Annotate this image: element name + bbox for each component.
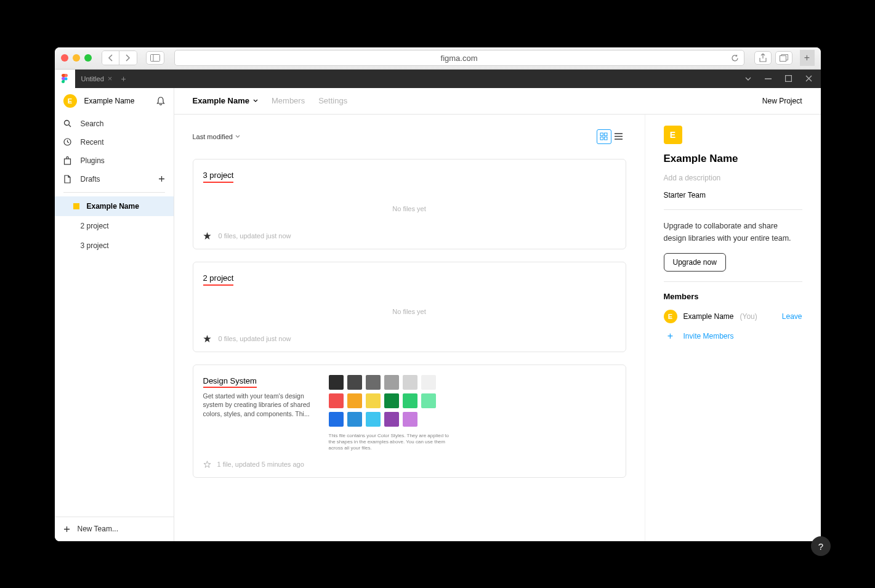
search-icon [63,119,72,127]
forward-button[interactable] [119,51,137,65]
project-card-design-system[interactable]: Design System Get started with your team… [193,364,626,478]
project-label: 3 project [81,241,109,250]
grid-view-icon[interactable] [597,129,611,144]
upgrade-button[interactable]: Upgrade now [664,253,726,272]
left-sidebar: E Example Name Search Recent Plugins Dra… [55,88,174,541]
minimize-icon[interactable] [765,78,772,79]
chevron-down-icon[interactable] [745,77,751,81]
sidebar-item-recent[interactable]: Recent [55,133,174,151]
maximize-icon[interactable] [785,75,792,82]
svg-rect-12 [600,137,603,140]
sidebar-project[interactable]: 3 project [55,236,174,256]
sidebar-item-search[interactable]: Search [55,115,174,133]
clock-icon [63,138,72,146]
new-draft-icon[interactable] [158,175,165,182]
notifications-icon[interactable] [156,97,165,106]
star-outline-icon[interactable] [203,461,211,469]
sidebar-item-label: Drafts [81,175,100,183]
color-swatch [384,393,399,408]
svg-rect-11 [605,133,608,136]
close-window-icon[interactable] [61,54,68,62]
team-description-input[interactable]: Add a description [664,174,802,182]
svg-rect-10 [600,133,603,136]
team-name-label: Example Name [87,202,139,211]
project-card[interactable]: 2 project No files yet 0 files, updated … [193,262,626,352]
divider [63,192,165,193]
sidebar-user-row[interactable]: E Example Name [55,88,174,115]
close-tab-icon[interactable]: × [108,74,113,83]
empty-state: No files yet [203,286,616,335]
figma-logo-icon[interactable] [55,70,75,88]
help-button[interactable]: ? [811,536,831,556]
team-plan-label: Starter Team [664,191,802,199]
window-controls [745,75,821,82]
color-swatch [421,393,436,408]
project-label: 2 project [81,222,109,230]
main-header: Example Name Members Settings New Projec… [174,88,821,115]
color-swatch [347,412,362,427]
sort-dropdown[interactable]: Last modified [193,133,240,140]
figma-tab-label: Untitled [81,75,104,83]
star-icon[interactable] [203,232,211,240]
sidebar-team[interactable]: Example Name [55,196,174,216]
sidebar-item-label: Recent [81,138,104,147]
app-body: E Example Name Search Recent Plugins Dra… [55,88,821,541]
team-dropdown-label: Example Name [193,96,250,105]
svg-point-6 [65,121,70,126]
project-card[interactable]: 3 project No files yet 0 files, updated … [193,159,626,249]
team-dropdown[interactable]: Example Name [193,96,259,105]
url-bar[interactable]: figma.com [174,50,744,66]
color-swatch [329,412,344,427]
user-avatar: E [63,94,77,108]
tab-members[interactable]: Members [272,96,305,105]
sort-label: Last modified [193,133,233,140]
plus-icon [63,526,70,533]
figma-tabs-bar: Untitled × + [55,70,821,88]
sidebar-item-drafts[interactable]: Drafts [55,170,174,188]
star-icon[interactable] [203,335,211,343]
back-button[interactable] [102,51,119,65]
share-icon[interactable] [754,51,772,65]
tabs-icon[interactable] [775,51,792,65]
color-swatch [384,375,399,390]
main-body: Last modified 3 project No files yet [174,115,821,541]
sidebar-item-plugins[interactable]: Plugins [55,151,174,170]
project-footer: 0 files, updated just now [203,232,616,240]
color-swatch [366,393,381,408]
reload-icon[interactable] [731,54,739,62]
color-swatch [384,412,399,427]
svg-rect-9 [65,159,71,164]
divider [664,209,802,210]
url-text: figma.com [441,54,478,63]
svg-rect-2 [780,56,786,62]
empty-state: No files yet [203,183,616,232]
svg-line-7 [69,125,71,127]
minimize-window-icon[interactable] [73,54,80,62]
maximize-window-icon[interactable] [84,54,92,62]
divider [664,281,802,282]
team-avatar: E [664,126,682,144]
new-team-button[interactable]: New Team... [55,517,174,541]
list-view-icon[interactable] [611,129,626,144]
sidebar-project[interactable]: 2 project [55,216,174,236]
project-status: 0 files, updated just now [219,232,291,240]
new-project-button[interactable]: New Project [762,97,802,105]
figma-tab[interactable]: Untitled × [75,74,119,83]
new-tab-button[interactable]: + [800,50,815,66]
invite-members-button[interactable]: + Invite Members [664,329,802,343]
design-system-description: Get started with your team's design syst… [203,392,314,419]
chevron-down-icon [235,135,240,138]
project-status: 0 files, updated just now [219,335,291,342]
member-row: E Example Name (You) Leave [664,310,802,323]
leave-button[interactable]: Leave [782,312,802,321]
sort-row: Last modified [193,129,626,144]
color-swatch [403,375,417,390]
tab-settings[interactable]: Settings [318,96,347,105]
content-area: Last modified 3 project No files yet [174,115,645,541]
close-icon[interactable] [805,75,812,82]
new-team-label: New Team... [78,525,118,533]
figma-new-tab-icon[interactable]: + [121,74,126,84]
sidebar-toggle-icon[interactable] [146,51,164,65]
color-swatch [366,412,381,427]
project-title: 3 project [203,171,234,183]
